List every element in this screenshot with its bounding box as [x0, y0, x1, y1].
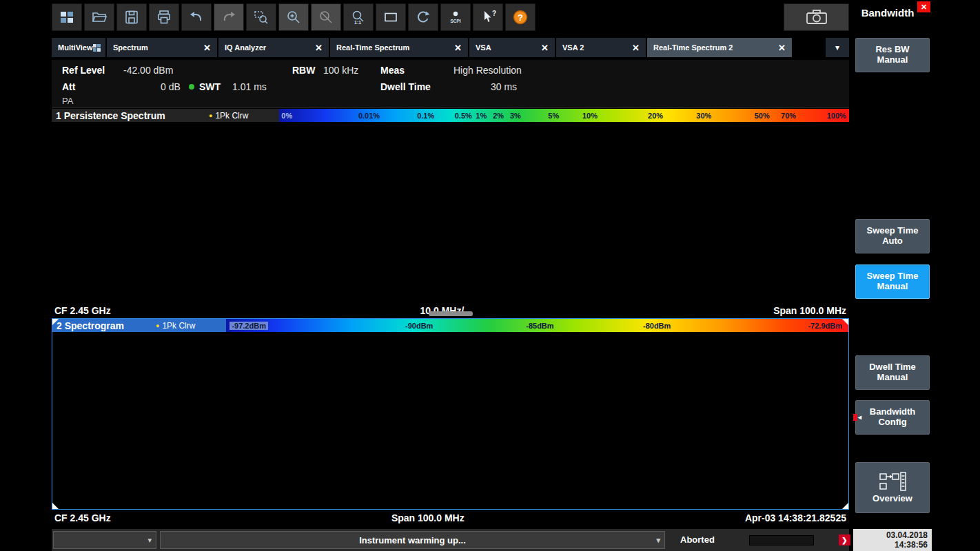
softkey-overview[interactable]: Overview [855, 462, 930, 513]
window-layout-icon [59, 9, 75, 25]
status-date: 03.04.2018 [853, 530, 928, 540]
window1-cf: CF 2.45 GHz [54, 305, 111, 316]
tab-real-time-spectrum[interactable]: Real-Time Spectrum ✕ [330, 38, 468, 57]
close-icon[interactable]: ✕ [778, 43, 786, 53]
submenu-arrow-icon: ◂ [858, 413, 861, 422]
screenshot-button[interactable] [784, 3, 849, 31]
trace-dot-icon: ● [156, 322, 159, 329]
open-file-button[interactable] [84, 3, 114, 31]
tab-real-time-spectrum-2[interactable]: Real-Time Spectrum 2 ✕ [647, 38, 792, 57]
trace-label: 1Pk Clrw [162, 321, 195, 331]
toolbar: 1:1 SCPI ? [52, 3, 849, 32]
softkey-sweep-time-auto[interactable]: Sweep Time Auto [855, 219, 930, 253]
ref-level-value[interactable]: -42.00 dBm [123, 65, 173, 76]
close-icon[interactable]: ✕ [315, 43, 323, 53]
tab-label: MultiView [58, 43, 93, 52]
progress-bar [749, 535, 814, 545]
trace-dot-icon: ● [209, 112, 212, 119]
zoom-off-icon [318, 9, 334, 25]
help-label: ? [518, 12, 523, 23]
dwell-time-value[interactable]: 30 ms [491, 81, 517, 92]
scpi-label: SCPI [450, 19, 460, 23]
window1-trace: ● 1Pk Clrw [209, 109, 279, 122]
scale-tick: 10% [582, 112, 598, 120]
window-splitter-handle[interactable] [429, 311, 473, 316]
scale-tick: -72.9dBm [808, 322, 842, 330]
softkey-dwell-time-manual[interactable]: Dwell Time Manual [855, 355, 930, 390]
zoom-1to1-button[interactable]: 1:1 [343, 3, 374, 31]
selection-rectangle-button[interactable] [376, 3, 406, 31]
status-dropdown-left[interactable]: ▾ [53, 531, 156, 549]
focus-corner-icon [842, 319, 848, 325]
spectrogram-window: 2 Spectrogram ● 1Pk Clrw -97.2dBm-90dBm-… [52, 318, 849, 510]
close-icon[interactable]: ✕ [632, 43, 640, 53]
softkey-sweep-time-manual[interactable]: Sweep Time Manual [855, 264, 930, 299]
status-message-dropdown[interactable]: Instrument warming up... ▾ [160, 531, 665, 549]
scale-tick: 50% [755, 112, 770, 120]
scale-tick: 0.1% [417, 112, 434, 120]
scpi-recorder-button[interactable]: SCPI [440, 3, 471, 31]
swt-value[interactable]: 1.01 ms [232, 81, 267, 92]
softkey-menu-title: Bandwidth [853, 7, 922, 19]
window2-header[interactable]: 2 Spectrogram ● 1Pk Clrw -97.2dBm-90dBm-… [52, 319, 848, 332]
scale-tick: 70% [781, 112, 796, 120]
scale-tick: 2% [493, 112, 504, 120]
window2-timestamp: Apr-03 14:38:21.82525 [745, 512, 846, 523]
status-dot-icon [189, 84, 194, 90]
tab-label: Real-Time Spectrum [336, 43, 409, 52]
tab-iq-analyzer[interactable]: IQ Analyzer ✕ [218, 38, 329, 57]
window-layout-button[interactable] [52, 3, 82, 31]
rbw-label: RBW [292, 65, 315, 76]
print-button[interactable] [149, 3, 179, 31]
save-button[interactable] [116, 3, 147, 31]
sweep-state: Aborted [680, 534, 715, 545]
tab-vsa-2[interactable]: VSA 2 ✕ [556, 38, 646, 57]
softkey-bandwidth-config[interactable]: ◂ Bandwidth Config [855, 400, 930, 435]
zoom-button[interactable] [278, 3, 309, 31]
help-button[interactable]: ? [505, 3, 535, 31]
undo-button[interactable] [181, 3, 212, 31]
ref-level-label: Ref Level [62, 65, 105, 76]
tab-label: VSA 2 [562, 43, 584, 52]
persistence-canvas[interactable] [52, 122, 849, 304]
undo-icon [188, 9, 205, 25]
refresh-icon [415, 9, 431, 25]
scale-tick: 0.5% [455, 112, 472, 120]
att-value[interactable]: 0 dB [161, 81, 181, 92]
refresh-button[interactable] [408, 3, 438, 31]
tab-spectrum[interactable]: Spectrum ✕ [107, 38, 217, 57]
meas-value[interactable]: High Resolution [453, 65, 522, 76]
scale-tick: 0% [281, 112, 292, 120]
camera-icon [805, 8, 828, 26]
focus-corner-icon [52, 319, 59, 325]
trace-label: 1Pk Clrw [215, 111, 248, 121]
tab-list-dropdown[interactable]: ▾ [826, 38, 849, 57]
channel-settings-bar: Ref Level -42.00 dBm RBW 100 kHz Meas Hi… [52, 60, 849, 108]
rbw-value[interactable]: 100 kHz [323, 65, 358, 76]
zoom-off-button[interactable] [311, 3, 341, 31]
close-icon[interactable]: ✕ [203, 43, 211, 53]
softkey-label: Dwell Time Manual [869, 362, 916, 383]
tab-label: VSA [476, 43, 491, 52]
close-icon[interactable]: ✕ [541, 43, 549, 53]
status-bar: ▾ Instrument warming up... ▾ Aborted ❯ [52, 529, 849, 551]
instrument-screen: 1:1 SCPI ? [0, 0, 980, 551]
swt-label: SWT [199, 81, 221, 92]
close-menu-button[interactable]: ✕ [917, 1, 930, 12]
window1-header[interactable]: 1 Persistence Spectrum ● 1Pk Clrw 0%0.01… [52, 109, 849, 122]
tab-vsa[interactable]: VSA ✕ [469, 38, 555, 57]
redo-icon [221, 9, 237, 25]
spectrogram-scale: -97.2dBm-90dBm-85dBm-80dBm-72.9dBm [226, 319, 848, 332]
scale-tick: 0.01% [358, 112, 380, 120]
redo-button[interactable] [214, 3, 244, 31]
close-icon[interactable]: ✕ [454, 43, 462, 53]
multiview-grid-icon [93, 44, 101, 52]
tab-multiview[interactable]: MultiView [52, 38, 105, 57]
softkey-res-bw-manual[interactable]: Res BW Manual [855, 38, 930, 72]
context-help-button[interactable]: ? [473, 3, 503, 31]
zoom-selection-button[interactable] [246, 3, 276, 31]
zoom-selection-icon [253, 9, 269, 25]
svg-text:?: ? [492, 10, 496, 17]
spectrogram-canvas[interactable] [52, 332, 848, 509]
persistence-spectrum-window: 1 Persistence Spectrum ● 1Pk Clrw 0%0.01… [52, 109, 849, 317]
